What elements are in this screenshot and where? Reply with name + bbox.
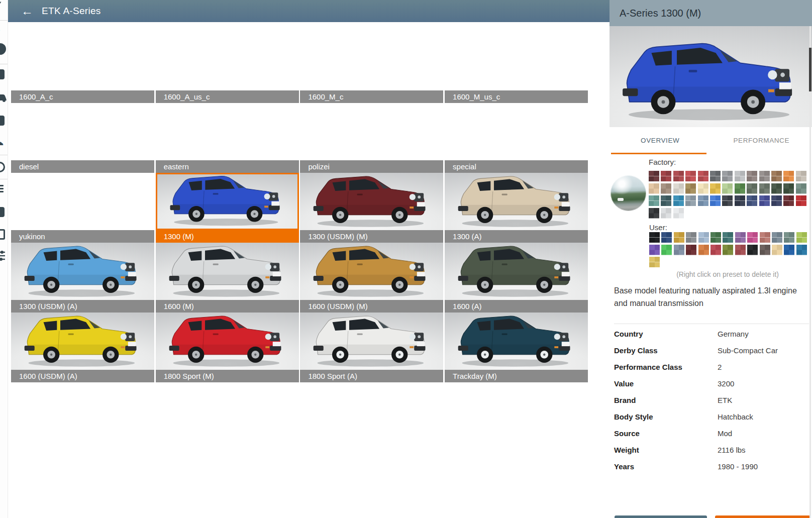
color-swatch[interactable] [674, 245, 684, 255]
config-tile[interactable]: 1600 (A) [445, 243, 588, 313]
color-swatch[interactable] [796, 232, 807, 243]
config-tile[interactable]: special [445, 103, 588, 173]
color-swatch[interactable] [747, 171, 757, 181]
color-swatch[interactable] [698, 245, 709, 255]
color-swatch[interactable] [771, 171, 782, 181]
color-swatch[interactable] [661, 183, 671, 194]
color-swatch[interactable] [673, 171, 684, 181]
config-tile[interactable]: 1600_M_us_c [445, 33, 588, 103]
color-swatch[interactable] [722, 195, 733, 206]
color-swatch[interactable] [649, 245, 660, 255]
tune-icon[interactable] [0, 250, 6, 263]
color-swatch[interactable] [759, 195, 770, 206]
color-swatch[interactable] [796, 171, 806, 181]
cloud-icon[interactable]: ☁ [0, 138, 4, 147]
color-swatch[interactable] [673, 195, 684, 206]
frame-icon[interactable] [0, 229, 5, 240]
panel-icon[interactable] [0, 207, 5, 217]
color-swatch[interactable] [710, 171, 721, 181]
color-swatch[interactable] [661, 171, 671, 181]
color-swatch[interactable] [649, 232, 660, 243]
config-tile[interactable]: 1600 (USDM) (A) [11, 313, 154, 382]
ring-icon[interactable] [0, 162, 5, 172]
color-swatch[interactable] [783, 183, 794, 194]
config-tile[interactable]: 1600_A_c [11, 33, 154, 103]
color-swatch[interactable] [661, 245, 672, 255]
color-swatch[interactable] [710, 195, 721, 206]
color-swatch[interactable] [649, 171, 659, 181]
color-swatch[interactable] [673, 208, 684, 219]
color-swatch[interactable] [649, 208, 659, 219]
config-tile[interactable]: 1600_M_c [300, 33, 443, 103]
color-swatch[interactable] [747, 195, 757, 206]
color-swatch[interactable] [698, 232, 709, 243]
color-swatch[interactable] [796, 245, 807, 255]
primary-action-button[interactable] [715, 515, 810, 518]
config-tile[interactable]: 1600 (M) [156, 243, 299, 313]
color-swatch[interactable] [747, 245, 758, 255]
config-tile[interactable]: diesel [11, 103, 154, 173]
color-swatch[interactable] [661, 195, 671, 206]
config-tile[interactable]: Trackday (M) [445, 313, 588, 382]
color-swatch[interactable] [771, 183, 782, 194]
color-swatch[interactable] [686, 232, 696, 243]
color-swatch[interactable] [710, 245, 721, 255]
color-swatch[interactable] [796, 183, 806, 194]
module-icon[interactable] [0, 116, 5, 126]
color-swatch[interactable] [722, 171, 733, 181]
color-swatch[interactable] [760, 245, 770, 255]
pointer-icon[interactable] [0, 1, 2, 8]
color-swatch[interactable] [710, 232, 721, 243]
color-swatch[interactable] [784, 232, 794, 243]
color-swatch[interactable] [771, 195, 782, 206]
scrollbar-thumb[interactable] [809, 48, 811, 91]
color-swatch[interactable] [723, 245, 733, 255]
config-tile[interactable]: 1800 Sport (A) [300, 313, 443, 382]
config-tile[interactable]: 1300 (USDM) (A) [11, 243, 154, 313]
color-swatch[interactable] [735, 195, 745, 206]
color-swatch[interactable] [698, 183, 708, 194]
color-swatch[interactable] [796, 195, 806, 206]
config-tile[interactable]: polizei [300, 103, 443, 173]
color-swatch[interactable] [772, 245, 782, 255]
color-swatch[interactable] [686, 245, 696, 255]
color-swatch[interactable] [735, 245, 746, 255]
color-swatch[interactable] [760, 232, 770, 243]
color-swatch[interactable] [674, 232, 684, 243]
config-tile[interactable]: 1600 (USDM) (M) [300, 243, 443, 313]
color-swatch[interactable] [783, 195, 794, 206]
color-swatch[interactable] [685, 195, 696, 206]
color-swatch[interactable] [685, 171, 696, 181]
config-tile[interactable]: yukinon [11, 173, 154, 243]
chevrons-icon[interactable]: » [0, 24, 1, 35]
color-swatch[interactable] [723, 232, 733, 243]
color-swatch[interactable] [698, 195, 708, 206]
list-icon[interactable] [0, 185, 4, 194]
tab-performance[interactable]: PERFORMANCE [711, 127, 812, 154]
color-swatch[interactable] [772, 232, 782, 243]
color-swatch[interactable] [759, 171, 770, 181]
config-tile[interactable]: eastern [156, 103, 299, 173]
color-swatch[interactable] [747, 183, 757, 194]
color-swatch[interactable] [710, 183, 721, 194]
color-swatch[interactable] [759, 183, 770, 194]
color-swatch[interactable] [783, 171, 794, 181]
color-swatch[interactable] [698, 171, 708, 181]
color-swatch[interactable] [735, 183, 745, 194]
color-swatch[interactable] [735, 232, 746, 243]
color-swatch[interactable] [747, 232, 758, 243]
circle-badge-icon[interactable] [0, 43, 6, 55]
color-swatch[interactable] [673, 183, 684, 194]
color-swatch[interactable] [649, 257, 660, 267]
color-swatch[interactable] [784, 245, 794, 255]
config-tile[interactable]: 1800 Sport (M) [156, 313, 299, 382]
config-tile[interactable]: 1600_A_us_c [156, 33, 299, 103]
back-arrow-icon[interactable]: ← [21, 5, 33, 17]
color-swatch[interactable] [661, 208, 671, 219]
color-swatch[interactable] [685, 183, 696, 194]
config-tile[interactable]: 1300 (USDM) (M) [300, 173, 443, 243]
scrollbar[interactable] [809, 26, 811, 518]
color-swatch[interactable] [661, 232, 672, 243]
color-swatch[interactable] [649, 195, 659, 206]
vehicle-icon[interactable] [0, 93, 8, 105]
